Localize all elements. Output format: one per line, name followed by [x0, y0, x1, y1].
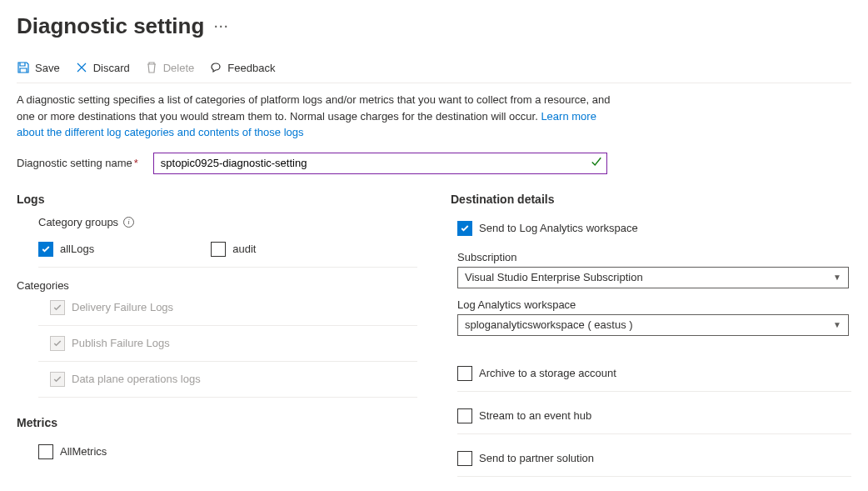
- delete-label: Delete: [163, 62, 195, 74]
- feedback-icon: [209, 61, 222, 74]
- dataplane-checkbox: [50, 372, 65, 387]
- required-indicator: *: [134, 157, 138, 169]
- publish-label: Publish Failure Logs: [72, 337, 170, 349]
- feedback-button[interactable]: Feedback: [209, 61, 275, 74]
- more-icon[interactable]: ···: [214, 20, 229, 33]
- partner-checkbox[interactable]: [457, 451, 472, 466]
- send-law-row: Send to Log Analytics workspace: [451, 216, 851, 241]
- audit-label: audit: [232, 243, 256, 255]
- feedback-label: Feedback: [227, 62, 275, 74]
- divider: [38, 397, 417, 398]
- description-text: A diagnostic setting specifies a list of…: [17, 93, 610, 123]
- send-law-checkbox[interactable]: [457, 221, 472, 236]
- stream-row: Stream to an event hub: [451, 397, 851, 428]
- page-title-text: Diagnostic setting: [17, 13, 204, 39]
- categories-label: Categories: [17, 279, 417, 292]
- dataplane-label: Data plane operations logs: [72, 373, 201, 385]
- logs-heading: Logs: [17, 193, 417, 206]
- save-button[interactable]: Save: [17, 61, 60, 74]
- stream-checkbox[interactable]: [457, 408, 472, 423]
- partner-row: Send to partner solution: [451, 439, 851, 471]
- save-label: Save: [35, 62, 60, 74]
- chevron-down-icon: ▼: [833, 320, 841, 329]
- info-icon[interactable]: i: [123, 217, 134, 228]
- group-alllogs-row: allLogs: [38, 237, 94, 262]
- category-dataplane-row: Data plane operations logs: [17, 367, 417, 392]
- subscription-label: Subscription: [457, 251, 851, 263]
- category-delivery-row: Delivery Failure Logs: [17, 295, 417, 320]
- group-audit-row: audit: [211, 237, 256, 262]
- toolbar: Save Discard Delete Feedback: [17, 43, 851, 83]
- archive-checkbox[interactable]: [457, 366, 472, 381]
- divider: [38, 361, 417, 362]
- delete-button: Delete: [145, 61, 195, 74]
- archive-label: Archive to a storage account: [479, 367, 616, 379]
- stream-label: Stream to an event hub: [479, 409, 591, 422]
- name-row: Diagnostic setting name*: [17, 153, 851, 174]
- divider: [38, 325, 417, 326]
- destination-column: Destination details Send to Log Analytic…: [451, 189, 851, 482]
- check-icon: [591, 156, 602, 170]
- subscription-value: Visual Studio Enterprise Subscription: [465, 271, 643, 283]
- workspace-label: Log Analytics workspace: [457, 298, 851, 311]
- divider: [457, 433, 851, 434]
- allmetrics-checkbox[interactable]: [38, 444, 53, 459]
- send-law-label: Send to Log Analytics workspace: [479, 222, 638, 234]
- logs-column: Logs Category groups i allLogs audit Cat…: [17, 189, 417, 482]
- discard-label: Discard: [93, 62, 130, 74]
- name-label: Diagnostic setting name*: [17, 157, 138, 169]
- alllogs-label: allLogs: [60, 243, 94, 255]
- discard-button[interactable]: Discard: [75, 61, 130, 74]
- subscription-select[interactable]: Visual Studio Enterprise Subscription ▼: [457, 267, 849, 288]
- divider: [457, 476, 851, 477]
- divider: [38, 267, 417, 268]
- chevron-down-icon: ▼: [833, 273, 841, 282]
- workspace-select[interactable]: sploganalyticsworkspace ( eastus ) ▼: [457, 314, 849, 336]
- diagnostic-name-input[interactable]: [153, 153, 607, 174]
- delivery-checkbox: [50, 300, 65, 315]
- divider: [457, 391, 851, 392]
- category-publish-row: Publish Failure Logs: [17, 331, 417, 356]
- trash-icon: [145, 61, 158, 74]
- close-icon: [75, 61, 88, 74]
- workspace-value: sploganalyticsworkspace ( eastus ): [465, 318, 633, 331]
- description: A diagnostic setting specifies a list of…: [17, 92, 616, 141]
- category-groups-label: Category groups i: [17, 216, 417, 228]
- metrics-heading: Metrics: [17, 416, 417, 429]
- audit-checkbox[interactable]: [211, 242, 226, 257]
- destination-heading: Destination details: [451, 193, 851, 206]
- alllogs-checkbox[interactable]: [38, 242, 53, 257]
- allmetrics-row: AllMetrics: [17, 439, 417, 464]
- allmetrics-label: AllMetrics: [60, 445, 107, 458]
- delivery-label: Delivery Failure Logs: [72, 301, 173, 313]
- partner-label: Send to partner solution: [479, 452, 594, 464]
- publish-checkbox: [50, 336, 65, 351]
- save-icon: [17, 61, 30, 74]
- page-title: Diagnostic setting ···: [17, 13, 851, 39]
- archive-row: Archive to a storage account: [451, 361, 851, 386]
